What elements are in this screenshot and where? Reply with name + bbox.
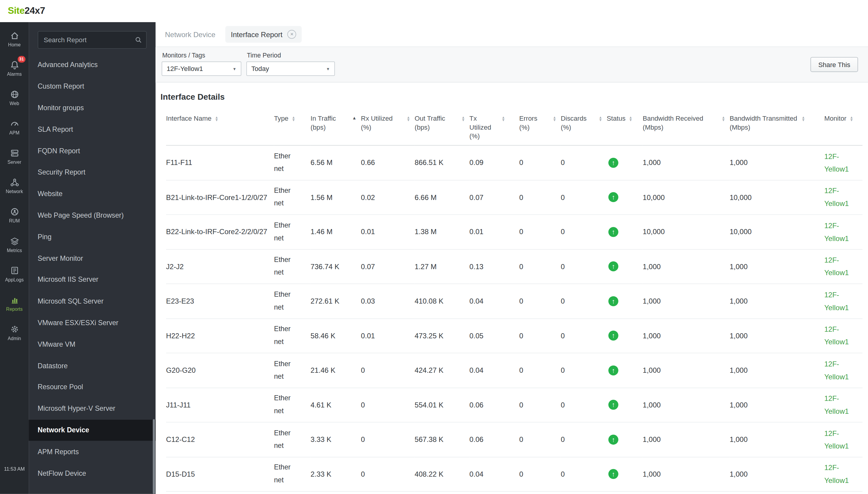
sort-icon[interactable]: ▲▼ xyxy=(599,116,602,121)
discards-cell: 0 xyxy=(561,284,607,319)
sidebar-item-label: Microsoft SQL Server xyxy=(38,297,103,305)
sidebar-item-vmware-esx-esxi-server[interactable]: VMware ESX/ESXi Server xyxy=(29,312,156,334)
type-cell: Ethernet xyxy=(274,353,310,388)
sidebar-item-resource-pool[interactable]: Resource Pool xyxy=(29,377,156,398)
rail-item-label: Admin xyxy=(8,335,21,341)
rx-utilized-cell: 0 xyxy=(361,353,414,388)
monitor-link[interactable]: 12F-Yellow1 xyxy=(824,358,858,383)
sort-icon[interactable]: ▲▼ xyxy=(721,116,725,121)
monitor-link[interactable]: 12F-Yellow1 xyxy=(824,254,858,279)
sidebar-item-web-page-speed-browser[interactable]: Web Page Speed (Browser) xyxy=(29,205,156,226)
sidebar-item-label: Datastore xyxy=(38,362,67,370)
sort-asc-icon[interactable]: ▲ xyxy=(352,116,356,121)
search-report-box xyxy=(38,31,147,49)
rail-item-admin[interactable]: Admin xyxy=(0,318,29,347)
sidebar-item-sla-report[interactable]: SLA Report xyxy=(29,119,156,140)
sort-icon[interactable]: ▲▼ xyxy=(553,116,556,121)
rail-item-applogs[interactable]: AppLogs xyxy=(0,259,29,289)
sidebar-item-label: Monitor groups xyxy=(38,104,84,112)
main-panel: Network Device Interface Report × Monito… xyxy=(156,22,868,494)
sidebar-item-monitor-groups[interactable]: Monitor groups xyxy=(29,97,156,119)
sidebar-item-microsoft-hyper-v-server[interactable]: Microsoft Hyper-V Server xyxy=(29,398,156,419)
reports-chart-icon xyxy=(9,295,19,304)
rail-item-metrics[interactable]: Metrics xyxy=(0,230,29,259)
sort-icon[interactable]: ▲▼ xyxy=(215,116,218,121)
search-icon[interactable] xyxy=(134,36,142,44)
caret-down-icon: ▼ xyxy=(233,67,236,71)
in-traffic-cell: 58.46 K xyxy=(311,318,361,353)
sort-icon[interactable]: ▲▼ xyxy=(462,116,465,121)
sidebar-item-datastore[interactable]: Datastore xyxy=(29,355,156,377)
monitor-link[interactable]: 12F-Yellow1 xyxy=(824,426,858,452)
rail-item-web[interactable]: Web xyxy=(0,83,29,112)
sort-icon[interactable]: ▲▼ xyxy=(629,116,633,121)
rail-item-apm[interactable]: APM xyxy=(0,112,29,141)
tab-interface-report[interactable]: Interface Report × xyxy=(225,26,302,42)
sidebar-item-website[interactable]: Website xyxy=(29,183,156,205)
sort-icon[interactable]: ▲▼ xyxy=(502,116,505,121)
bandwidth-transmitted-cell: 10,000 xyxy=(730,180,824,215)
sidebar-item-label: Custom Report xyxy=(38,83,84,90)
sidebar-item-security-report[interactable]: Security Report xyxy=(29,162,156,183)
rail-item-label: Home xyxy=(8,42,21,47)
monitor-cell: 12F-Yellow1 xyxy=(824,249,863,284)
tab-network-device[interactable]: Network Device xyxy=(159,26,221,42)
monitor-cell: 12F-Yellow1 xyxy=(824,318,863,353)
monitor-link[interactable]: 12F-Yellow1 xyxy=(824,461,858,487)
sidebar-scrollbar[interactable] xyxy=(153,419,155,494)
sidebar-item-advanced-analytics[interactable]: Advanced Analytics xyxy=(29,54,156,76)
monitor-link[interactable]: 12F-Yellow1 xyxy=(824,185,858,210)
sidebar-item-label: Ping xyxy=(38,233,52,241)
monitors-select[interactable]: 12F-Yellow1 ▼ xyxy=(162,61,241,76)
sidebar-item-label: Web Page Speed (Browser) xyxy=(38,211,123,219)
sidebar-item-server-monitor[interactable]: Server Monitor xyxy=(29,248,156,269)
sidebar-item-label: Microsoft IIS Server xyxy=(38,276,98,284)
sidebar-item-netflow-device[interactable]: NetFlow Device xyxy=(29,462,156,484)
out-traffic-cell: 866.51 K xyxy=(414,145,469,180)
rail-item-rum[interactable]: RUM xyxy=(0,201,29,230)
sidebar-item-fqdn-report[interactable]: FQDN Report xyxy=(29,140,156,162)
sidebar-item-microsoft-sql-server[interactable]: Microsoft SQL Server xyxy=(29,291,156,312)
sort-icon[interactable]: ▲▼ xyxy=(292,116,295,121)
monitor-link[interactable]: 12F-Yellow1 xyxy=(824,288,858,314)
sidebar-item-microsoft-iis-server[interactable]: Microsoft IIS Server xyxy=(29,269,156,291)
rail-item-alarms[interactable]: Alarms 31 xyxy=(0,54,29,83)
monitor-link[interactable]: 12F-Yellow1 xyxy=(824,323,858,348)
tx-utilized-cell: 0.07 xyxy=(469,180,519,215)
status-cell xyxy=(607,249,643,284)
sidebar-item-network-device[interactable]: Network Device xyxy=(29,419,156,441)
sidebar-item-custom-report[interactable]: Custom Report xyxy=(29,76,156,97)
metrics-layers-icon xyxy=(9,236,19,246)
search-input[interactable] xyxy=(38,31,147,49)
rail-item-network[interactable]: Network xyxy=(0,171,29,200)
discards-cell: 0 xyxy=(561,388,607,422)
rail-item-server[interactable]: Server xyxy=(0,141,29,171)
monitor-link[interactable]: 12F-Yellow1 xyxy=(824,219,858,245)
sidebar-item-ping[interactable]: Ping xyxy=(29,226,156,248)
sidebar-item-apm-reports[interactable]: APM Reports xyxy=(29,441,156,462)
sort-icon[interactable]: ▲▼ xyxy=(407,116,410,121)
bandwidth-received-cell: 10,000 xyxy=(643,215,729,249)
table-header-row: Interface Name▲▼ Type▲▼ In Traffic (bps)… xyxy=(166,106,863,145)
home-icon xyxy=(9,31,19,40)
share-this-button[interactable]: Share This xyxy=(811,57,858,72)
in-traffic-cell: 3.33 K xyxy=(311,422,361,457)
monitor-link[interactable]: 12F-Yellow1 xyxy=(824,150,858,175)
bandwidth-transmitted-cell: 1,000 xyxy=(730,388,824,422)
rail-item-home[interactable]: Home xyxy=(0,24,29,54)
sort-icon[interactable]: ▲▼ xyxy=(850,116,853,121)
close-icon[interactable]: × xyxy=(287,30,296,39)
site24x7-logo[interactable]: Site24x7 xyxy=(8,5,45,17)
time-period-select[interactable]: Today ▼ xyxy=(246,61,335,76)
status-up-icon xyxy=(609,400,618,410)
out-traffic-cell: 408.22 K xyxy=(414,457,469,492)
monitor-link[interactable]: 12F-Yellow1 xyxy=(824,392,858,418)
sidebar-item-vmware-vm[interactable]: VMware VM xyxy=(29,334,156,355)
rail-item-reports[interactable]: Reports xyxy=(0,289,29,318)
rx-utilized-cell: 0.01 xyxy=(361,215,414,249)
server-icon xyxy=(9,148,19,157)
sort-icon[interactable]: ▲▼ xyxy=(802,116,805,121)
monitor-cell: 12F-Yellow1 xyxy=(824,388,863,422)
in-traffic-cell: 736.74 K xyxy=(311,249,361,284)
sidebar-item-label: FQDN Report xyxy=(38,147,80,155)
